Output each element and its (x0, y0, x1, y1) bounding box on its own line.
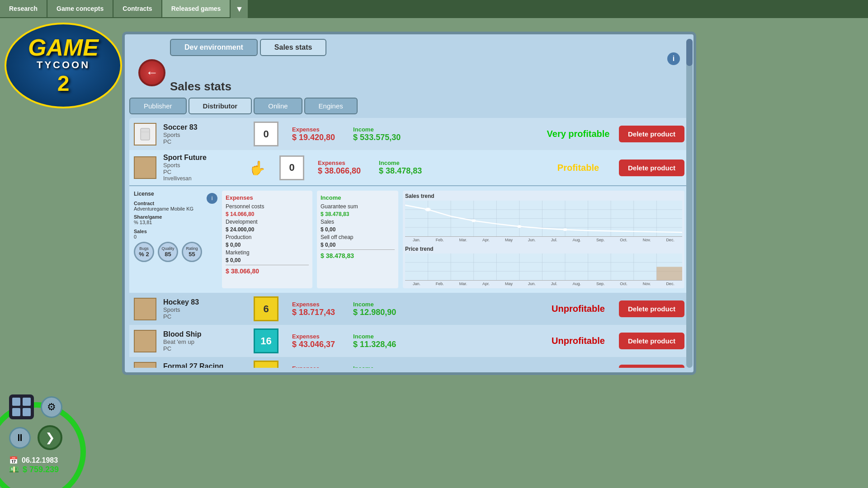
sub-tab-engines[interactable]: Engines (304, 98, 358, 114)
delete-button-soccer83[interactable]: Delete product (619, 126, 684, 142)
svg-point-18 (472, 219, 476, 222)
details-income: Income Guarantee sum $ 38.478,83 Sales $… (317, 191, 398, 288)
stat-circles: Bugs % 2 Quality 85 Rating 55 (134, 242, 202, 262)
delete-button-formal27[interactable]: Delete product (619, 365, 684, 368)
sub-tabs: Publisher Distributor Online Engines (129, 98, 358, 114)
nav-tab-research[interactable]: Research (0, 0, 47, 18)
bugs-circle: Bugs % 2 (134, 242, 154, 262)
delete-button-sportfuture[interactable]: Delete product (619, 160, 684, 176)
det-row-sales-inc: Sales (321, 219, 395, 225)
sub-tab-online[interactable]: Online (254, 98, 302, 114)
logo-bg: GAME TYCOON 2 (5, 23, 122, 108)
game-icon-hockey83 (134, 298, 156, 320)
panel-tabs: Dev environment Sales stats (170, 39, 326, 56)
nav-tab-game-concepts[interactable]: Game concepts (47, 0, 113, 18)
income-block: Income $ 533.575,30 (353, 126, 401, 142)
expenses-income-bloodship: Expenses $ 43.046,37 Income $ 11.328,46 (292, 333, 533, 349)
svg-point-17 (425, 208, 430, 211)
game-row-sportfuture[interactable]: Sport Future Sports PC Invellivesan 👆 0 … (129, 150, 689, 185)
game-info-formal27: Formal 27 Racing Racing game PC (163, 362, 245, 368)
expanded-details-sportfuture: License Contract Adventuregame Mobile KG… (129, 185, 689, 293)
game-row-hockey83[interactable]: Hockey 83 Sports PC 6 Expenses $ 18.717,… (129, 293, 689, 325)
price-chart-months: Jan.Feb.Mar.Apr. MayJun.Jul.Aug. Sep.Oct… (405, 282, 682, 286)
game-icon-sportfuture (134, 156, 156, 179)
tab-sales-stats[interactable]: Sales stats (260, 39, 327, 56)
game-row-bloodship[interactable]: Blood Ship Beat 'em up PC 16 Expenses $ … (129, 325, 689, 357)
grid-cell-4 (23, 408, 31, 416)
expenses-income-formal27: Expenses $ 14.377,81 Income $ 11.219,33 (292, 365, 533, 368)
game-row-formal27[interactable]: Formal 27 Racing Racing game PC 6 Expens… (129, 357, 689, 368)
chart-area-sales (405, 201, 682, 237)
game-score-bloodship: 16 (254, 328, 278, 353)
nav-dropdown[interactable]: ▼ (231, 0, 249, 18)
delete-button-hockey83[interactable]: Delete product (619, 300, 684, 317)
profit-status-bloodship: Unprofitable (538, 336, 619, 346)
details-left: License Contract Adventuregame Mobile KG… (134, 191, 202, 288)
game-score-formal27: 6 (254, 361, 278, 368)
pause-button[interactable]: ⏸ (9, 427, 31, 449)
logo-tycoon-text: TYCOON (37, 59, 90, 71)
delete-button-bloodship[interactable]: Delete product (619, 333, 684, 349)
game-score-soccer83: 0 (254, 122, 278, 146)
expenses-block: Expenses $ 19.420,80 (292, 126, 335, 142)
money-icon: 💵 (9, 465, 19, 474)
logo-num-text: 2 (57, 71, 70, 96)
game-info-hockey83: Hockey 83 Sports PC (163, 298, 245, 320)
gear-button[interactable]: ⚙ (41, 396, 62, 418)
logo-area: GAME TYCOON 2 (5, 23, 131, 113)
income-block-sf: Income $ 38.478,83 (379, 160, 422, 176)
grid-cell-3 (12, 408, 20, 416)
details-expenses: Expenses Personnel costs $ 14.066,80 Dev… (222, 191, 312, 288)
tab-dev-environment[interactable]: Dev environment (170, 39, 258, 56)
det-row-production: Production (226, 234, 309, 240)
game-icon-formal27 (134, 362, 156, 368)
game-info-soccer83: Soccer 83 Sports PC (163, 123, 245, 145)
svg-rect-21 (405, 253, 682, 280)
expenses-income-hockey83: Expenses $ 18.717,43 Income $ 12.980,90 (292, 301, 533, 317)
sales-trend-chart: Sales trend (403, 191, 684, 288)
svg-rect-0 (141, 128, 150, 140)
chart-area-price (405, 253, 682, 281)
quality-circle: Quality 85 (158, 242, 178, 262)
nav-tab-contracts[interactable]: Contracts (113, 0, 162, 18)
hand-cursor-icon: 👆 (249, 160, 266, 176)
playback-row: ⏸ ❯ (9, 425, 62, 450)
profit-status-hockey83: Unprofitable (538, 304, 619, 314)
bottom-controls: ⚙ ⏸ ❯ 📅 06.12.1983 💵 $ 759.239 (9, 394, 62, 474)
panel-info-icon[interactable]: i (667, 52, 680, 65)
expenses-income-soccer83: Expenses $ 19.420,80 Income $ 533.575,30 (292, 126, 533, 142)
income-total-row: $ 38.478,83 (321, 249, 395, 259)
det-row-marketing: Marketing (226, 249, 309, 256)
det-row-selloff: Sell off cheap (321, 234, 395, 240)
expenses-block-sf: Expenses $ 38.066,80 (318, 160, 361, 176)
scrollbar-thumb[interactable] (686, 39, 693, 66)
main-area: GAME TYCOON 2 i ← Dev environment Sales … (0, 18, 868, 488)
back-button[interactable]: ← (138, 59, 165, 86)
profit-status-sportfuture: Profitable (538, 163, 619, 173)
grid-controller-icon (9, 394, 34, 419)
nav-tab-released-games[interactable]: Released games (162, 0, 231, 18)
sub-tab-distributor[interactable]: Distributor (189, 98, 252, 114)
rating-circle: Rating 55 (182, 242, 202, 262)
game-row-soccer83[interactable]: Soccer 83 Sports PC 0 Expenses $ 19.420,… (129, 118, 689, 150)
controller-row: ⚙ (9, 394, 62, 419)
sales-chart-months: Jan.Feb.Mar.Apr. MayJun.Jul.Aug. Sep.Oct… (405, 238, 682, 242)
game-info-sportfuture: Sport Future Sports PC Invellivesan (163, 154, 245, 182)
next-button[interactable]: ❯ (38, 425, 62, 450)
money-display: 💵 $ 759.239 (9, 465, 62, 474)
top-nav: Research Game concepts Contracts Release… (0, 0, 868, 18)
sub-tab-publisher[interactable]: Publisher (129, 98, 187, 114)
scrollbar[interactable] (686, 39, 693, 368)
game-score-hockey83: 6 (254, 296, 278, 321)
grid-cell-2 (23, 398, 31, 406)
svg-point-20 (563, 228, 567, 231)
grid-cell-1 (12, 398, 20, 406)
games-list: Soccer 83 Sports PC 0 Expenses $ 19.420,… (129, 118, 689, 368)
main-panel: i ← Dev environment Sales stats Sales st… (122, 32, 696, 375)
logo-game-text: GAME (28, 36, 99, 59)
svg-rect-35 (656, 267, 682, 281)
det-row-guarantee: Guarantee sum (321, 203, 395, 210)
details-info-icon[interactable]: i (207, 193, 217, 204)
game-info-bloodship: Blood Ship Beat 'em up PC (163, 330, 245, 352)
date-display: 📅 06.12.1983 (9, 456, 62, 465)
